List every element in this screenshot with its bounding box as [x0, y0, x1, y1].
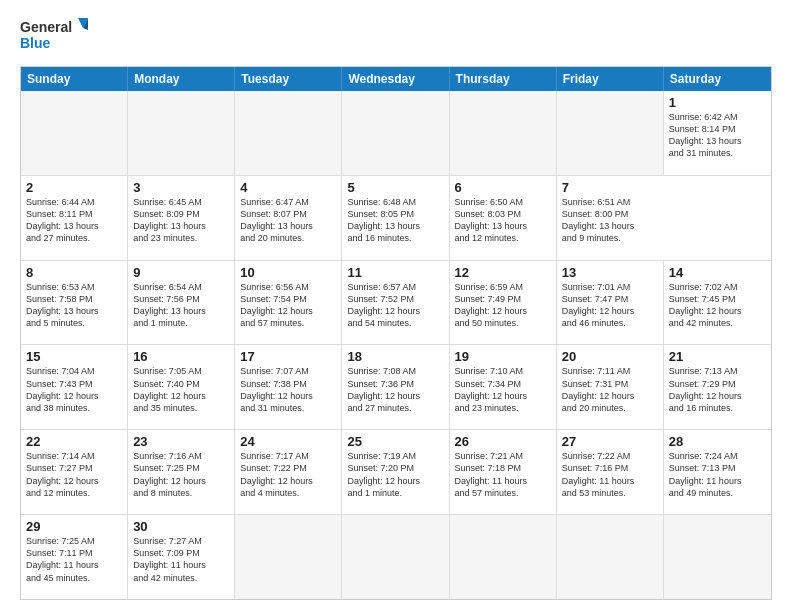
day-number: 22 [26, 434, 122, 449]
day-cell-11: 11Sunrise: 6:57 AMSunset: 7:52 PMDayligh… [342, 261, 449, 345]
day-info: Sunrise: 7:10 AMSunset: 7:34 PMDaylight:… [455, 366, 528, 412]
day-cell-21: 21Sunrise: 7:13 AMSunset: 7:29 PMDayligh… [664, 345, 771, 429]
empty-cell [21, 91, 128, 175]
week-row-4: 15Sunrise: 7:04 AMSunset: 7:43 PMDayligh… [21, 344, 771, 429]
day-cell-18: 18Sunrise: 7:08 AMSunset: 7:36 PMDayligh… [342, 345, 449, 429]
day-info: Sunrise: 7:13 AMSunset: 7:29 PMDaylight:… [669, 366, 742, 412]
day-info: Sunrise: 6:54 AMSunset: 7:56 PMDaylight:… [133, 282, 206, 328]
day-info: Sunrise: 7:22 AMSunset: 7:16 PMDaylight:… [562, 451, 635, 497]
day-cell-15: 15Sunrise: 7:04 AMSunset: 7:43 PMDayligh… [21, 345, 128, 429]
day-number: 8 [26, 265, 122, 280]
day-number: 18 [347, 349, 443, 364]
empty-cell [235, 515, 342, 599]
calendar: SundayMondayTuesdayWednesdayThursdayFrid… [20, 66, 772, 600]
empty-cell [342, 91, 449, 175]
week-row-2: 2Sunrise: 6:44 AMSunset: 8:11 PMDaylight… [21, 175, 771, 260]
day-number: 3 [133, 180, 229, 195]
day-info: Sunrise: 7:11 AMSunset: 7:31 PMDaylight:… [562, 366, 635, 412]
day-info: Sunrise: 6:44 AMSunset: 8:11 PMDaylight:… [26, 197, 99, 243]
day-cell-17: 17Sunrise: 7:07 AMSunset: 7:38 PMDayligh… [235, 345, 342, 429]
day-number: 17 [240, 349, 336, 364]
day-number: 20 [562, 349, 658, 364]
week-row-6: 29Sunrise: 7:25 AMSunset: 7:11 PMDayligh… [21, 514, 771, 599]
day-cell-30: 30Sunrise: 7:27 AMSunset: 7:09 PMDayligh… [128, 515, 235, 599]
day-cell-5: 5Sunrise: 6:48 AMSunset: 8:05 PMDaylight… [342, 176, 449, 260]
day-header-friday: Friday [557, 67, 664, 91]
day-cell-16: 16Sunrise: 7:05 AMSunset: 7:40 PMDayligh… [128, 345, 235, 429]
day-cell-27: 27Sunrise: 7:22 AMSunset: 7:16 PMDayligh… [557, 430, 664, 514]
day-header-monday: Monday [128, 67, 235, 91]
day-info: Sunrise: 6:57 AMSunset: 7:52 PMDaylight:… [347, 282, 420, 328]
day-cell-7: 7Sunrise: 6:51 AMSunset: 8:00 PMDaylight… [557, 176, 664, 260]
day-info: Sunrise: 7:19 AMSunset: 7:20 PMDaylight:… [347, 451, 420, 497]
day-cell-28: 28Sunrise: 7:24 AMSunset: 7:13 PMDayligh… [664, 430, 771, 514]
page: General Blue SundayMondayTuesdayWednesda… [0, 0, 792, 612]
day-info: Sunrise: 6:48 AMSunset: 8:05 PMDaylight:… [347, 197, 420, 243]
week-row-3: 8Sunrise: 6:53 AMSunset: 7:58 PMDaylight… [21, 260, 771, 345]
day-number: 28 [669, 434, 766, 449]
day-info: Sunrise: 6:56 AMSunset: 7:54 PMDaylight:… [240, 282, 313, 328]
day-number: 25 [347, 434, 443, 449]
day-info: Sunrise: 7:05 AMSunset: 7:40 PMDaylight:… [133, 366, 206, 412]
empty-cell [557, 515, 664, 599]
day-number: 13 [562, 265, 658, 280]
day-cell-20: 20Sunrise: 7:11 AMSunset: 7:31 PMDayligh… [557, 345, 664, 429]
empty-cell [664, 515, 771, 599]
day-header-sunday: Sunday [21, 67, 128, 91]
week-row-1: 1Sunrise: 6:42 AMSunset: 8:14 PMDaylight… [21, 91, 771, 175]
calendar-header: SundayMondayTuesdayWednesdayThursdayFrid… [21, 67, 771, 91]
day-cell-10: 10Sunrise: 6:56 AMSunset: 7:54 PMDayligh… [235, 261, 342, 345]
day-info: Sunrise: 6:53 AMSunset: 7:58 PMDaylight:… [26, 282, 99, 328]
day-header-thursday: Thursday [450, 67, 557, 91]
svg-text:General: General [20, 19, 72, 35]
day-number: 29 [26, 519, 122, 534]
day-number: 14 [669, 265, 766, 280]
day-number: 21 [669, 349, 766, 364]
day-cell-2: 2Sunrise: 6:44 AMSunset: 8:11 PMDaylight… [21, 176, 128, 260]
day-info: Sunrise: 7:14 AMSunset: 7:27 PMDaylight:… [26, 451, 99, 497]
week-row-5: 22Sunrise: 7:14 AMSunset: 7:27 PMDayligh… [21, 429, 771, 514]
day-cell-26: 26Sunrise: 7:21 AMSunset: 7:18 PMDayligh… [450, 430, 557, 514]
day-number: 2 [26, 180, 122, 195]
logo-svg: General Blue [20, 16, 90, 56]
day-cell-1: 1Sunrise: 6:42 AMSunset: 8:14 PMDaylight… [664, 91, 771, 175]
day-info: Sunrise: 7:04 AMSunset: 7:43 PMDaylight:… [26, 366, 99, 412]
day-number: 19 [455, 349, 551, 364]
day-cell-9: 9Sunrise: 6:54 AMSunset: 7:56 PMDaylight… [128, 261, 235, 345]
day-cell-22: 22Sunrise: 7:14 AMSunset: 7:27 PMDayligh… [21, 430, 128, 514]
day-cell-8: 8Sunrise: 6:53 AMSunset: 7:58 PMDaylight… [21, 261, 128, 345]
day-info: Sunrise: 6:47 AMSunset: 8:07 PMDaylight:… [240, 197, 313, 243]
day-number: 7 [562, 180, 659, 195]
day-info: Sunrise: 7:16 AMSunset: 7:25 PMDaylight:… [133, 451, 206, 497]
day-info: Sunrise: 7:24 AMSunset: 7:13 PMDaylight:… [669, 451, 742, 497]
day-cell-14: 14Sunrise: 7:02 AMSunset: 7:45 PMDayligh… [664, 261, 771, 345]
empty-cell [557, 91, 664, 175]
day-number: 12 [455, 265, 551, 280]
svg-text:Blue: Blue [20, 35, 51, 51]
header: General Blue [20, 16, 772, 56]
day-info: Sunrise: 7:25 AMSunset: 7:11 PMDaylight:… [26, 536, 99, 582]
day-info: Sunrise: 7:07 AMSunset: 7:38 PMDaylight:… [240, 366, 313, 412]
day-number: 5 [347, 180, 443, 195]
day-cell-4: 4Sunrise: 6:47 AMSunset: 8:07 PMDaylight… [235, 176, 342, 260]
day-header-tuesday: Tuesday [235, 67, 342, 91]
day-cell-23: 23Sunrise: 7:16 AMSunset: 7:25 PMDayligh… [128, 430, 235, 514]
day-info: Sunrise: 6:50 AMSunset: 8:03 PMDaylight:… [455, 197, 528, 243]
empty-cell [235, 91, 342, 175]
day-info: Sunrise: 7:27 AMSunset: 7:09 PMDaylight:… [133, 536, 206, 582]
day-number: 1 [669, 95, 766, 110]
calendar-body: 1Sunrise: 6:42 AMSunset: 8:14 PMDaylight… [21, 91, 771, 599]
day-number: 16 [133, 349, 229, 364]
day-info: Sunrise: 6:51 AMSunset: 8:00 PMDaylight:… [562, 197, 635, 243]
day-header-wednesday: Wednesday [342, 67, 449, 91]
day-info: Sunrise: 6:42 AMSunset: 8:14 PMDaylight:… [669, 112, 742, 158]
day-number: 23 [133, 434, 229, 449]
day-info: Sunrise: 7:17 AMSunset: 7:22 PMDaylight:… [240, 451, 313, 497]
empty-cell [450, 515, 557, 599]
day-cell-24: 24Sunrise: 7:17 AMSunset: 7:22 PMDayligh… [235, 430, 342, 514]
day-cell-13: 13Sunrise: 7:01 AMSunset: 7:47 PMDayligh… [557, 261, 664, 345]
day-info: Sunrise: 6:59 AMSunset: 7:49 PMDaylight:… [455, 282, 528, 328]
day-number: 15 [26, 349, 122, 364]
day-cell-25: 25Sunrise: 7:19 AMSunset: 7:20 PMDayligh… [342, 430, 449, 514]
day-info: Sunrise: 7:02 AMSunset: 7:45 PMDaylight:… [669, 282, 742, 328]
